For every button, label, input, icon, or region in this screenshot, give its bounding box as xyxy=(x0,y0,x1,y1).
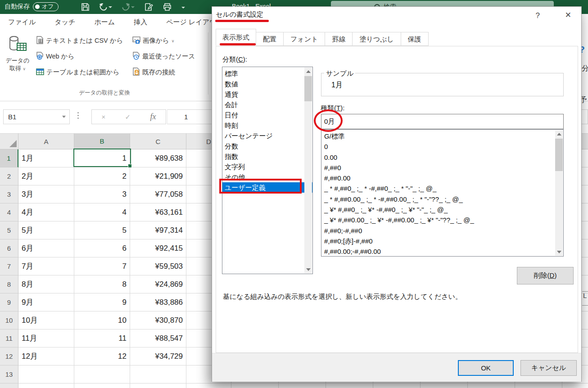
ribbon-button[interactable]: 最近使ったソース xyxy=(132,52,195,61)
dialog-tab-inactive[interactable]: 罫線 xyxy=(325,32,353,46)
cell[interactable] xyxy=(74,383,130,388)
dialog-close-button[interactable]: ✕ xyxy=(565,10,571,20)
ribbon-tab-1[interactable]: ファイル xyxy=(8,18,45,27)
category-item[interactable]: 標準 xyxy=(222,68,312,79)
cell[interactable] xyxy=(326,383,373,388)
format-code-item[interactable]: #,##0.00;-#,##0.00 xyxy=(321,246,563,257)
format-code-item[interactable]: _ ¥* #,##0_ ;_ ¥* -#,##0_ ;_ ¥* "-"_ ;_ … xyxy=(321,204,563,215)
cell[interactable]: 11 xyxy=(74,329,130,347)
cell[interactable] xyxy=(279,383,326,388)
cell[interactable]: 7月 xyxy=(18,257,74,275)
ribbon-tab-4[interactable]: 挿入 xyxy=(124,18,157,27)
scroll-down-icon[interactable] xyxy=(304,266,312,273)
cell[interactable] xyxy=(373,383,421,388)
autosave-pill[interactable]: オフ xyxy=(33,2,59,11)
ribbon-button[interactable]: 既存の接続 xyxy=(132,68,195,77)
category-item[interactable]: 指数 xyxy=(222,151,312,162)
cell[interactable]: 12月 xyxy=(18,347,74,365)
cell[interactable]: 11月 xyxy=(18,329,74,347)
cell[interactable]: ¥92,415 xyxy=(130,239,186,257)
cell[interactable]: ¥88,547 xyxy=(130,329,186,347)
row-header-11[interactable]: 11 xyxy=(0,329,18,347)
cell[interactable]: 10 xyxy=(74,311,130,329)
row-header-13[interactable]: 13 xyxy=(0,365,18,383)
scroll-down-icon[interactable] xyxy=(555,248,563,256)
undo-icon[interactable] xyxy=(100,4,112,10)
row-header-7[interactable]: 7 xyxy=(0,257,18,275)
cell[interactable]: ¥83,886 xyxy=(130,293,186,311)
category-item[interactable]: 日付 xyxy=(222,110,312,120)
cell[interactable]: 6月 xyxy=(18,239,74,257)
format-code-item[interactable]: #,##0 xyxy=(321,162,563,173)
delete-button[interactable]: 削除(D) xyxy=(517,267,574,284)
ribbon-tab-3[interactable]: ホーム xyxy=(85,18,124,27)
format-code-item[interactable]: _ * #,##0_ ;_ * -#,##0_ ;_ * "-"_ ;_ @_ xyxy=(321,183,563,194)
scroll-up-icon[interactable] xyxy=(304,68,312,75)
format-code-item[interactable]: G/標準 xyxy=(321,131,563,141)
formula-bar-drag-handle[interactable] xyxy=(77,112,79,113)
cell[interactable] xyxy=(130,365,186,383)
column-header-C[interactable]: C xyxy=(130,133,186,149)
cell[interactable]: 8月 xyxy=(18,275,74,293)
cell[interactable]: 4 xyxy=(74,203,130,221)
cell[interactable] xyxy=(468,383,515,388)
customize-toolbar-icon[interactable] xyxy=(181,6,185,9)
cell[interactable]: ¥77,058 xyxy=(130,185,186,203)
cell[interactable]: 5 xyxy=(74,221,130,239)
scroll-up-icon[interactable] xyxy=(555,130,563,138)
category-scrollbar[interactable] xyxy=(304,68,312,273)
get-data-button[interactable]: データの 取得 ∨ xyxy=(4,33,32,96)
ribbon-button[interactable]: テーブルまたは範囲から xyxy=(36,68,123,77)
cancel-button[interactable]: キャンセル xyxy=(520,360,577,376)
format-code-listbox[interactable]: G/標準00.00#,##0#,##0.00_ * #,##0_ ;_ * -#… xyxy=(321,129,564,257)
column-header-A[interactable]: A xyxy=(18,133,74,149)
ribbon-button[interactable]: 画像から∨ xyxy=(132,36,195,45)
row-header-2[interactable]: 2 xyxy=(0,167,18,185)
cell[interactable]: ¥63,161 xyxy=(130,203,186,221)
redo-icon[interactable] xyxy=(122,4,135,10)
cell[interactable]: 7 xyxy=(74,257,130,275)
row-header-partial[interactable] xyxy=(0,383,18,388)
row-header-1[interactable]: 1 xyxy=(0,149,18,167)
ribbon-button[interactable]: テキストまたは CSV から xyxy=(36,36,123,45)
cell[interactable] xyxy=(18,365,74,383)
cell[interactable] xyxy=(18,383,74,388)
dialog-tab-inactive[interactable]: 塗りつぶし xyxy=(353,32,401,46)
category-item[interactable]: 時刻 xyxy=(222,120,312,131)
fill-handle[interactable] xyxy=(128,164,132,168)
cell[interactable]: ¥30,870 xyxy=(130,311,186,329)
cell[interactable]: ¥59,503 xyxy=(130,257,186,275)
format-code-item[interactable]: #,##0;-#,##0 xyxy=(321,226,563,236)
dialog-help-button[interactable]: ? xyxy=(536,11,540,20)
format-scrollbar[interactable] xyxy=(555,130,563,256)
category-item[interactable]: 分数 xyxy=(222,141,312,151)
category-item[interactable]: 会計 xyxy=(222,99,312,110)
category-item[interactable]: パーセンテージ xyxy=(222,131,312,141)
cancel-entry-icon[interactable]: × xyxy=(102,113,106,121)
format-code-item[interactable]: #,##0.00 xyxy=(321,173,563,183)
category-item[interactable]: 文字列 xyxy=(222,162,312,172)
category-item[interactable]: 通貨 xyxy=(222,89,312,99)
ribbon-tab-2[interactable]: タッチ xyxy=(45,18,85,27)
cell[interactable]: ¥34,729 xyxy=(130,347,186,365)
confirm-entry-icon[interactable]: ✓ xyxy=(125,113,131,121)
format-code-item[interactable]: 0.00 xyxy=(321,152,563,162)
cell[interactable]: 5月 xyxy=(18,221,74,239)
select-all-corner[interactable] xyxy=(0,133,18,149)
cell[interactable] xyxy=(231,383,279,388)
category-item[interactable]: 数値 xyxy=(222,79,312,89)
row-header-9[interactable]: 9 xyxy=(0,293,18,311)
scrollbar-thumb[interactable] xyxy=(555,139,563,171)
cell[interactable]: 8 xyxy=(74,275,130,293)
draw-icon[interactable] xyxy=(145,3,153,11)
cell[interactable]: 6 xyxy=(74,239,130,257)
cell[interactable]: 1月 xyxy=(18,149,74,167)
row-header-3[interactable]: 3 xyxy=(0,185,18,203)
cell[interactable]: ¥21,909 xyxy=(130,167,186,185)
type-input[interactable]: 0月 xyxy=(321,114,564,129)
row-header-10[interactable]: 10 xyxy=(0,311,18,329)
cell[interactable] xyxy=(186,383,231,388)
cell[interactable] xyxy=(421,383,468,388)
ribbon-button[interactable]: Web から xyxy=(36,52,123,61)
name-box[interactable]: B1 xyxy=(3,109,70,124)
